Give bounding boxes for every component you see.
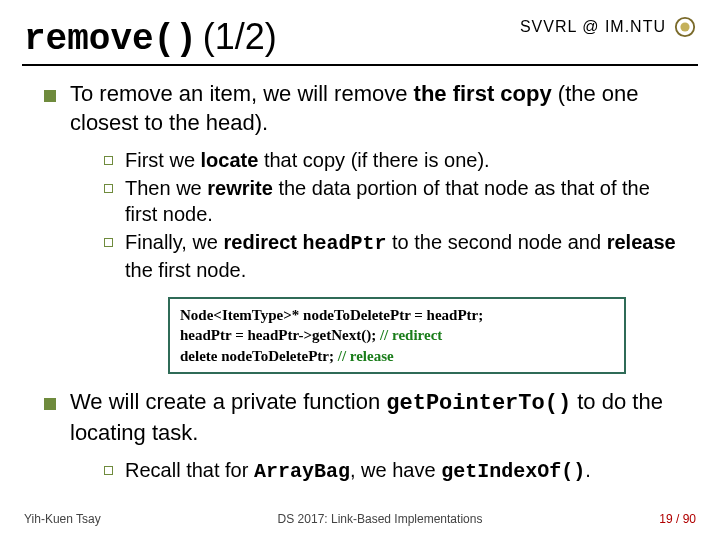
text-mono: getPointerTo() (386, 391, 571, 416)
text: Recall that for (125, 459, 254, 481)
bullet-item-1: To remove an item, we will remove the fi… (44, 80, 686, 137)
sub-list-1: First we locate that copy (if there is o… (104, 147, 686, 283)
bullet-icon (44, 90, 56, 102)
text: that copy (if there is one). (258, 149, 489, 171)
code-line: Node<ItemType>* nodeToDeletePtr = headPt… (180, 307, 483, 323)
ntu-logo-icon (674, 16, 696, 38)
sub-text-2a: Recall that for ArrayBag, we have getInd… (125, 457, 591, 485)
footer-page-number: 19 / 90 (659, 512, 696, 526)
text: the first node. (125, 259, 246, 281)
sub-list-2: Recall that for ArrayBag, we have getInd… (104, 457, 686, 485)
text-bold: redirect (224, 231, 297, 253)
title-rule (22, 64, 698, 66)
text-bold: release (607, 231, 676, 253)
text: We will create a private function (70, 389, 386, 414)
text: First we (125, 149, 201, 171)
bullet-item-2: We will create a private function getPoi… (44, 388, 686, 447)
sub-text-c: Finally, we redirect headPtr to the seco… (125, 229, 686, 283)
sub-text-b: Then we rewrite the data portion of that… (125, 175, 686, 227)
bullet-text-2: We will create a private function getPoi… (70, 388, 686, 447)
text: , we have (350, 459, 441, 481)
bullet-text-1: To remove an item, we will remove the fi… (70, 80, 686, 137)
text: . (585, 459, 591, 481)
text-mono: ArrayBag (254, 460, 350, 483)
sub-item-b: Then we rewrite the data portion of that… (104, 175, 686, 227)
bullet-icon (44, 398, 56, 410)
text-bold: the first copy (414, 81, 552, 106)
code-line: headPtr = headPtr->getNext(); (180, 327, 380, 343)
code-snippet: Node<ItemType>* nodeToDeletePtr = headPt… (168, 297, 626, 374)
sub-bullet-icon (104, 466, 113, 475)
text: Then we (125, 177, 207, 199)
slide-title: remove() (1/2) (24, 16, 277, 60)
header-affiliation: SVVRL @ IM.NTU (520, 18, 666, 36)
code-comment: // release (338, 348, 394, 364)
code-line: delete nodeToDeletePtr; (180, 348, 338, 364)
text-mono: headPtr (302, 232, 386, 255)
slide-footer: Yih-Kuen Tsay DS 2017: Link-Based Implem… (0, 512, 720, 526)
sub-bullet-icon (104, 184, 113, 193)
sub-item-a: First we locate that copy (if there is o… (104, 147, 686, 173)
text: To remove an item, we will remove (70, 81, 414, 106)
text-bold: locate (201, 149, 259, 171)
footer-author: Yih-Kuen Tsay (24, 512, 101, 526)
text: to the second node and (387, 231, 607, 253)
sub-item-2a: Recall that for ArrayBag, we have getInd… (104, 457, 686, 485)
code-comment: // redirect (380, 327, 442, 343)
sub-bullet-icon (104, 238, 113, 247)
text-mono: getIndexOf() (441, 460, 585, 483)
footer-course: DS 2017: Link-Based Implementations (101, 512, 660, 526)
header-right: SVVRL @ IM.NTU (520, 16, 696, 38)
text: Finally, we (125, 231, 224, 253)
slide-header: remove() (1/2) SVVRL @ IM.NTU (0, 0, 720, 64)
sub-text-a: First we locate that copy (if there is o… (125, 147, 490, 173)
sub-item-c: Finally, we redirect headPtr to the seco… (104, 229, 686, 283)
sub-bullet-icon (104, 156, 113, 165)
title-code: remove() (24, 19, 197, 60)
svg-point-1 (680, 22, 689, 31)
text-bold: rewrite (207, 177, 273, 199)
title-suffix: (1/2) (203, 16, 277, 58)
slide-content: To remove an item, we will remove the fi… (0, 80, 720, 485)
